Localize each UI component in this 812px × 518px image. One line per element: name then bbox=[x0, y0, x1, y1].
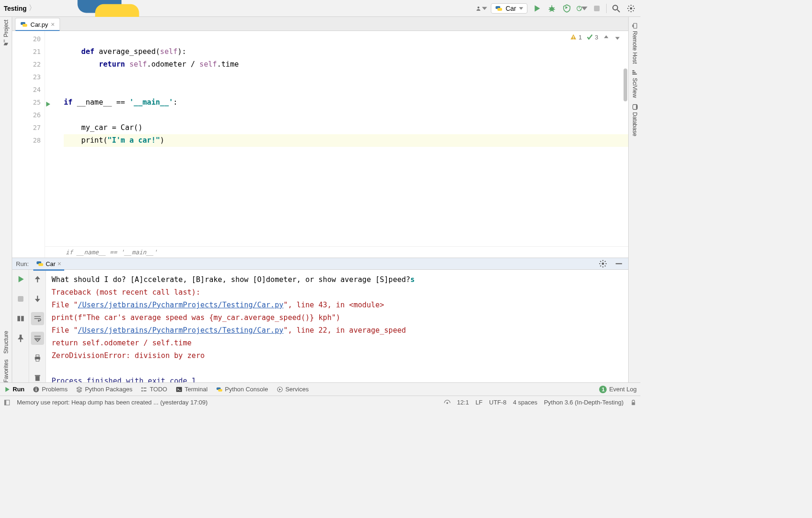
traceback-link[interactable]: /Users/jetbrains/PycharmProjects/Testing… bbox=[78, 301, 284, 309]
folder-icon bbox=[3, 39, 9, 46]
run-settings-button[interactable] bbox=[597, 258, 609, 269]
layout-button[interactable] bbox=[14, 312, 27, 325]
settings-button[interactable] bbox=[625, 3, 637, 14]
editor-tab-car[interactable]: Car.py × bbox=[15, 18, 60, 30]
python-packages-tool-button[interactable]: Python Packages bbox=[76, 386, 132, 393]
check-icon bbox=[586, 34, 593, 40]
structure-tool-tab[interactable]: Structure bbox=[3, 328, 9, 357]
line-gutter: 20 21 22 23 24 25 26 27 28 bbox=[12, 31, 45, 258]
run-header-label: Run: bbox=[16, 260, 29, 267]
event-count-badge: 1 bbox=[599, 386, 607, 393]
traceback-link[interactable]: /Users/jetbrains/PycharmProjects/Testing… bbox=[78, 326, 284, 335]
editor-tabs-bar: Car.py × bbox=[12, 17, 628, 31]
rerun-button[interactable] bbox=[14, 273, 27, 286]
chevron-down-icon bbox=[519, 7, 523, 10]
with-me-button[interactable] bbox=[476, 3, 487, 14]
run-tool-window: Run: Car × bbox=[12, 258, 628, 394]
lock-icon[interactable] bbox=[630, 399, 637, 406]
run-button[interactable] bbox=[531, 3, 542, 14]
python-icon bbox=[36, 260, 44, 267]
profile-button[interactable] bbox=[576, 3, 587, 14]
terminal-icon bbox=[176, 386, 182, 393]
close-tab-icon[interactable]: × bbox=[51, 21, 55, 28]
services-tool-button[interactable]: Services bbox=[277, 386, 309, 393]
python-icon bbox=[216, 386, 223, 393]
inspections-widget[interactable]: 1 3 bbox=[570, 34, 621, 41]
info-icon bbox=[33, 386, 39, 393]
close-run-tab-icon[interactable]: × bbox=[57, 260, 61, 267]
python-file-icon bbox=[20, 21, 28, 28]
status-message[interactable]: Memory use report: Heap dump has been cr… bbox=[17, 399, 208, 406]
editor-scope-breadcrumb[interactable]: if __name__ == '__main__' bbox=[45, 246, 628, 258]
chart-icon bbox=[632, 69, 638, 76]
scroll-to-end-button[interactable] bbox=[31, 332, 44, 345]
run-tool-button[interactable]: Run bbox=[4, 386, 24, 393]
coverage-button[interactable] bbox=[561, 3, 572, 14]
event-log-button[interactable]: 1Event Log bbox=[599, 386, 637, 393]
left-tool-stripe: Project Structure Favorites bbox=[0, 17, 12, 394]
caret-position[interactable]: 12:1 bbox=[457, 399, 469, 406]
indicator-icon[interactable] bbox=[444, 399, 451, 406]
run-panel-header: Run: Car × bbox=[12, 258, 628, 270]
hide-run-panel-button[interactable] bbox=[613, 258, 624, 269]
down-stack-button[interactable] bbox=[31, 292, 44, 305]
indent-settings[interactable]: 4 spaces bbox=[513, 399, 537, 406]
right-tool-stripe: Remote Host SciView Database bbox=[628, 17, 640, 394]
remote-host-tab[interactable]: Remote Host bbox=[632, 20, 638, 67]
remote-icon bbox=[632, 23, 638, 29]
debug-button[interactable] bbox=[546, 3, 557, 14]
run-config-label: Car bbox=[505, 5, 516, 12]
line-ending[interactable]: LF bbox=[475, 399, 482, 406]
stop-run-button bbox=[14, 292, 27, 305]
prev-highlight-icon[interactable] bbox=[603, 34, 609, 41]
breadcrumb-project[interactable]: Testing bbox=[4, 5, 27, 12]
soft-wrap-button[interactable] bbox=[31, 312, 44, 325]
breadcrumb-separator-icon: 〉 bbox=[29, 3, 36, 13]
print-button[interactable] bbox=[31, 351, 44, 365]
terminal-tool-button[interactable]: Terminal bbox=[176, 386, 208, 393]
database-icon bbox=[632, 104, 638, 110]
run-tab-car[interactable]: Car × bbox=[33, 259, 64, 269]
code-content[interactable]: def average_speed(self): return self.odo… bbox=[45, 31, 628, 258]
encoding[interactable]: UTF-8 bbox=[489, 399, 506, 406]
warning-icon bbox=[570, 34, 577, 40]
python-console-tool-button[interactable]: Python Console bbox=[216, 386, 268, 393]
stack-icon bbox=[76, 386, 83, 393]
problems-tool-button[interactable]: Problems bbox=[33, 386, 68, 393]
up-stack-button[interactable] bbox=[31, 273, 44, 286]
pin-button[interactable] bbox=[14, 332, 27, 345]
main-area: Car.py × 20 21 22 23 24 25 26 27 28 def … bbox=[12, 17, 628, 394]
bottom-tool-stripe: Run Problems Python Packages TODO Termin… bbox=[0, 382, 640, 396]
run-tab-label: Car bbox=[45, 260, 55, 267]
structure-icon: Structure bbox=[3, 331, 9, 354]
search-button[interactable] bbox=[610, 3, 622, 14]
todo-tool-button[interactable]: TODO bbox=[141, 386, 167, 393]
navigation-bar: Testing 〉 Car.py Car bbox=[0, 0, 640, 17]
database-tab[interactable]: Database bbox=[632, 101, 638, 139]
editor-tab-label: Car.py bbox=[30, 21, 48, 28]
layout-icon[interactable] bbox=[4, 399, 10, 406]
stop-button bbox=[591, 3, 602, 14]
python-icon bbox=[495, 5, 503, 12]
status-bar: Memory use report: Heap dump has been cr… bbox=[0, 396, 640, 409]
sciview-tab[interactable]: SciView bbox=[632, 67, 638, 100]
project-tool-tab[interactable]: Project bbox=[3, 17, 9, 48]
code-editor[interactable]: 20 21 22 23 24 25 26 27 28 def average_s… bbox=[12, 31, 628, 258]
todo-icon bbox=[141, 386, 147, 393]
run-configuration-selector[interactable]: Car bbox=[491, 3, 527, 14]
interpreter[interactable]: Python 3.6 (In-Depth-Testing) bbox=[544, 399, 624, 406]
next-highlight-icon[interactable] bbox=[614, 34, 621, 41]
scrollbar-thumb[interactable] bbox=[624, 69, 627, 101]
services-icon bbox=[277, 386, 283, 393]
play-icon bbox=[4, 386, 10, 393]
